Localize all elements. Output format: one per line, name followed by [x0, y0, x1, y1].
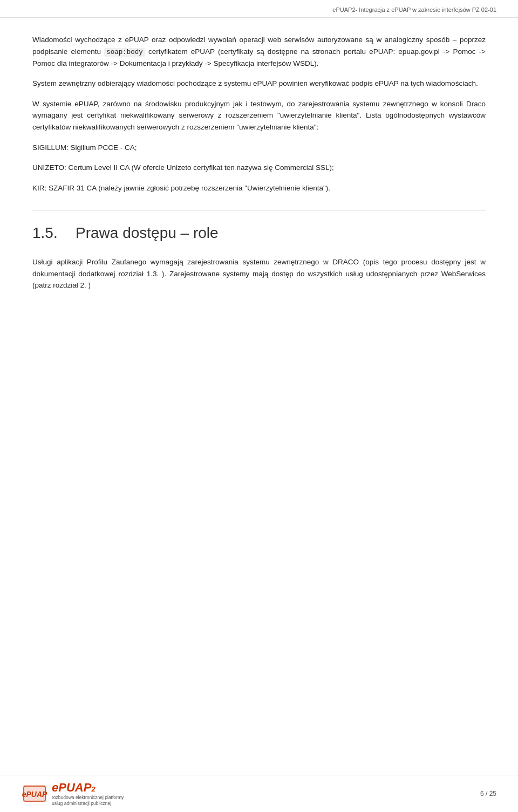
paragraph-1: Wiadomości wychodzące z ePUAP oraz odpow…	[32, 34, 486, 69]
section-number: 1.5.	[32, 221, 65, 245]
footer-logo-text: e PUAP 2	[52, 781, 124, 795]
paragraph-2: System zewnętrzny odbierający wiadomości…	[32, 78, 486, 90]
list-item-2: UNIZETO: Certum Level II CA (W ofercie U…	[32, 162, 486, 174]
logo-ep-part: e	[52, 781, 58, 795]
paragraph-4: Usługi aplikacji Profilu Zaufanego wymag…	[32, 256, 486, 291]
section-15-header: 1.5. Prawa dostępu – role	[32, 221, 486, 245]
epuap-logo-icon: ePUAP	[22, 781, 47, 807]
section-title: Prawa dostępu – role	[76, 221, 219, 245]
list-item-1: SIGILLUM: Sigillum PCCE - CA;	[32, 142, 486, 154]
footer-logo-brand: e PUAP 2 rozbudowa elektronicznej platfo…	[52, 781, 124, 807]
page-header: ePUAP2- Integracja z ePUAP w zakresie in…	[0, 0, 518, 18]
logo-number: 2	[91, 785, 95, 793]
page-footer: ePUAP e PUAP 2 rozbudowa elektronicznej …	[0, 775, 518, 812]
footer-logo-subtext: rozbudowa elektronicznej platformy usług…	[52, 795, 124, 807]
logo-puap-part: PUAP	[58, 781, 91, 795]
section-divider	[32, 210, 486, 210]
paragraph-3: W systemie ePUAP, zarówno na środowisku …	[32, 98, 486, 133]
footer-logo-area: ePUAP e PUAP 2 rozbudowa elektronicznej …	[22, 781, 124, 807]
main-content: Wiadomości wychodzące z ePUAP oraz odpow…	[0, 18, 518, 316]
code-soap-body: soap:body	[104, 48, 145, 57]
list-item-3: KIR: SZAFIR 31 CA (należy jawnie zgłosić…	[32, 182, 486, 194]
svg-text:ePUAP: ePUAP	[22, 790, 47, 799]
header-title: ePUAP2- Integracja z ePUAP w zakresie in…	[332, 6, 496, 13]
footer-page-number: 6 / 25	[480, 790, 496, 797]
